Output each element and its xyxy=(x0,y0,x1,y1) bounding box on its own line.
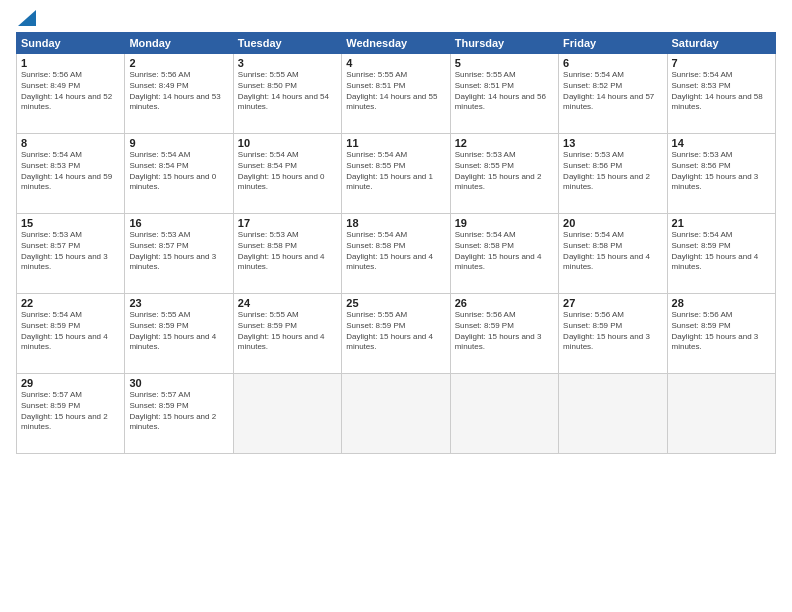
weekday-header: Sunday xyxy=(17,33,125,54)
weekday-header: Friday xyxy=(559,33,667,54)
calendar-cell: 19Sunrise: 5:54 AMSunset: 8:58 PMDayligh… xyxy=(450,214,558,294)
day-info: Sunrise: 5:53 AMSunset: 8:56 PMDaylight:… xyxy=(672,150,771,193)
day-info: Sunrise: 5:57 AMSunset: 8:59 PMDaylight:… xyxy=(21,390,120,433)
day-info: Sunrise: 5:56 AMSunset: 8:59 PMDaylight:… xyxy=(455,310,554,353)
day-number: 10 xyxy=(238,137,337,149)
calendar-cell: 13Sunrise: 5:53 AMSunset: 8:56 PMDayligh… xyxy=(559,134,667,214)
day-info: Sunrise: 5:56 AMSunset: 8:59 PMDaylight:… xyxy=(672,310,771,353)
day-info: Sunrise: 5:56 AMSunset: 8:49 PMDaylight:… xyxy=(129,70,228,113)
day-number: 15 xyxy=(21,217,120,229)
calendar-cell: 29Sunrise: 5:57 AMSunset: 8:59 PMDayligh… xyxy=(17,374,125,454)
day-info: Sunrise: 5:55 AMSunset: 8:51 PMDaylight:… xyxy=(455,70,554,113)
calendar-cell: 6Sunrise: 5:54 AMSunset: 8:52 PMDaylight… xyxy=(559,54,667,134)
svg-marker-0 xyxy=(18,10,36,26)
header xyxy=(16,12,776,24)
day-info: Sunrise: 5:54 AMSunset: 8:59 PMDaylight:… xyxy=(21,310,120,353)
day-number: 5 xyxy=(455,57,554,69)
day-info: Sunrise: 5:55 AMSunset: 8:51 PMDaylight:… xyxy=(346,70,445,113)
calendar-cell xyxy=(342,374,450,454)
day-number: 6 xyxy=(563,57,662,69)
day-info: Sunrise: 5:54 AMSunset: 8:52 PMDaylight:… xyxy=(563,70,662,113)
calendar-cell xyxy=(233,374,341,454)
calendar-cell: 22Sunrise: 5:54 AMSunset: 8:59 PMDayligh… xyxy=(17,294,125,374)
day-number: 18 xyxy=(346,217,445,229)
day-info: Sunrise: 5:55 AMSunset: 8:50 PMDaylight:… xyxy=(238,70,337,113)
day-number: 25 xyxy=(346,297,445,309)
calendar-cell: 15Sunrise: 5:53 AMSunset: 8:57 PMDayligh… xyxy=(17,214,125,294)
day-info: Sunrise: 5:54 AMSunset: 8:58 PMDaylight:… xyxy=(346,230,445,273)
day-info: Sunrise: 5:53 AMSunset: 8:57 PMDaylight:… xyxy=(21,230,120,273)
day-number: 2 xyxy=(129,57,228,69)
day-number: 8 xyxy=(21,137,120,149)
calendar-cell: 10Sunrise: 5:54 AMSunset: 8:54 PMDayligh… xyxy=(233,134,341,214)
day-number: 30 xyxy=(129,377,228,389)
day-info: Sunrise: 5:54 AMSunset: 8:53 PMDaylight:… xyxy=(672,70,771,113)
day-info: Sunrise: 5:54 AMSunset: 8:58 PMDaylight:… xyxy=(455,230,554,273)
calendar-cell xyxy=(559,374,667,454)
day-number: 3 xyxy=(238,57,337,69)
weekday-header: Wednesday xyxy=(342,33,450,54)
calendar-cell: 1Sunrise: 5:56 AMSunset: 8:49 PMDaylight… xyxy=(17,54,125,134)
day-info: Sunrise: 5:53 AMSunset: 8:56 PMDaylight:… xyxy=(563,150,662,193)
day-number: 12 xyxy=(455,137,554,149)
day-number: 4 xyxy=(346,57,445,69)
day-number: 22 xyxy=(21,297,120,309)
calendar-cell: 12Sunrise: 5:53 AMSunset: 8:55 PMDayligh… xyxy=(450,134,558,214)
day-info: Sunrise: 5:55 AMSunset: 8:59 PMDaylight:… xyxy=(346,310,445,353)
day-number: 27 xyxy=(563,297,662,309)
calendar-cell: 3Sunrise: 5:55 AMSunset: 8:50 PMDaylight… xyxy=(233,54,341,134)
calendar-table: SundayMondayTuesdayWednesdayThursdayFrid… xyxy=(16,32,776,454)
day-number: 20 xyxy=(563,217,662,229)
calendar-cell: 4Sunrise: 5:55 AMSunset: 8:51 PMDaylight… xyxy=(342,54,450,134)
logo-icon xyxy=(18,10,36,26)
weekday-header: Tuesday xyxy=(233,33,341,54)
logo xyxy=(16,12,36,24)
day-info: Sunrise: 5:54 AMSunset: 8:55 PMDaylight:… xyxy=(346,150,445,193)
day-info: Sunrise: 5:53 AMSunset: 8:55 PMDaylight:… xyxy=(455,150,554,193)
day-number: 28 xyxy=(672,297,771,309)
calendar-cell: 27Sunrise: 5:56 AMSunset: 8:59 PMDayligh… xyxy=(559,294,667,374)
day-info: Sunrise: 5:54 AMSunset: 8:59 PMDaylight:… xyxy=(672,230,771,273)
calendar-cell: 11Sunrise: 5:54 AMSunset: 8:55 PMDayligh… xyxy=(342,134,450,214)
day-number: 29 xyxy=(21,377,120,389)
calendar-cell xyxy=(450,374,558,454)
day-info: Sunrise: 5:54 AMSunset: 8:54 PMDaylight:… xyxy=(238,150,337,193)
day-number: 26 xyxy=(455,297,554,309)
calendar-cell: 24Sunrise: 5:55 AMSunset: 8:59 PMDayligh… xyxy=(233,294,341,374)
day-info: Sunrise: 5:56 AMSunset: 8:59 PMDaylight:… xyxy=(563,310,662,353)
calendar-cell: 5Sunrise: 5:55 AMSunset: 8:51 PMDaylight… xyxy=(450,54,558,134)
day-number: 11 xyxy=(346,137,445,149)
calendar-cell xyxy=(667,374,775,454)
calendar-cell: 21Sunrise: 5:54 AMSunset: 8:59 PMDayligh… xyxy=(667,214,775,294)
weekday-header: Thursday xyxy=(450,33,558,54)
calendar-cell: 23Sunrise: 5:55 AMSunset: 8:59 PMDayligh… xyxy=(125,294,233,374)
day-info: Sunrise: 5:57 AMSunset: 8:59 PMDaylight:… xyxy=(129,390,228,433)
day-number: 17 xyxy=(238,217,337,229)
day-info: Sunrise: 5:56 AMSunset: 8:49 PMDaylight:… xyxy=(21,70,120,113)
calendar-cell: 20Sunrise: 5:54 AMSunset: 8:58 PMDayligh… xyxy=(559,214,667,294)
calendar-cell: 28Sunrise: 5:56 AMSunset: 8:59 PMDayligh… xyxy=(667,294,775,374)
day-number: 14 xyxy=(672,137,771,149)
day-info: Sunrise: 5:55 AMSunset: 8:59 PMDaylight:… xyxy=(129,310,228,353)
day-info: Sunrise: 5:53 AMSunset: 8:58 PMDaylight:… xyxy=(238,230,337,273)
calendar-cell: 25Sunrise: 5:55 AMSunset: 8:59 PMDayligh… xyxy=(342,294,450,374)
page: SundayMondayTuesdayWednesdayThursdayFrid… xyxy=(0,0,792,612)
day-number: 7 xyxy=(672,57,771,69)
calendar-cell: 26Sunrise: 5:56 AMSunset: 8:59 PMDayligh… xyxy=(450,294,558,374)
day-info: Sunrise: 5:54 AMSunset: 8:58 PMDaylight:… xyxy=(563,230,662,273)
day-number: 23 xyxy=(129,297,228,309)
day-number: 16 xyxy=(129,217,228,229)
calendar-cell: 9Sunrise: 5:54 AMSunset: 8:54 PMDaylight… xyxy=(125,134,233,214)
calendar-cell: 17Sunrise: 5:53 AMSunset: 8:58 PMDayligh… xyxy=(233,214,341,294)
day-number: 9 xyxy=(129,137,228,149)
calendar-cell: 7Sunrise: 5:54 AMSunset: 8:53 PMDaylight… xyxy=(667,54,775,134)
calendar-cell: 2Sunrise: 5:56 AMSunset: 8:49 PMDaylight… xyxy=(125,54,233,134)
day-number: 13 xyxy=(563,137,662,149)
calendar-cell: 14Sunrise: 5:53 AMSunset: 8:56 PMDayligh… xyxy=(667,134,775,214)
day-number: 24 xyxy=(238,297,337,309)
day-number: 1 xyxy=(21,57,120,69)
calendar-cell: 30Sunrise: 5:57 AMSunset: 8:59 PMDayligh… xyxy=(125,374,233,454)
calendar-cell: 18Sunrise: 5:54 AMSunset: 8:58 PMDayligh… xyxy=(342,214,450,294)
weekday-header: Saturday xyxy=(667,33,775,54)
weekday-header: Monday xyxy=(125,33,233,54)
